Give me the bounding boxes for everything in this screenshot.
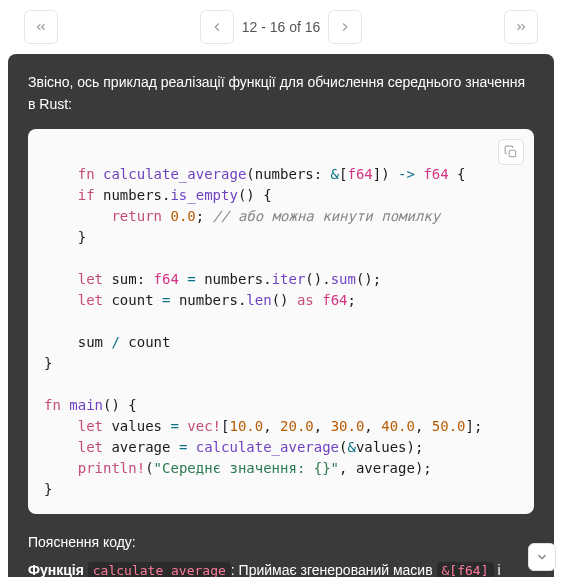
code-token: & [347, 439, 355, 455]
code-token: count [103, 292, 162, 308]
explain-text: : Приймає згенерований масив [231, 562, 437, 577]
code-token: , [314, 418, 331, 434]
code-token: (numbers: [246, 166, 330, 182]
code-token: if [78, 187, 95, 203]
code-token: ]) [373, 166, 398, 182]
code-token: () { [238, 187, 272, 203]
code-token: fn [44, 397, 61, 413]
code-token: let [78, 439, 103, 455]
intro-text: Звісно, ось приклад реалізації функції д… [28, 72, 534, 115]
code-token: return [111, 208, 162, 224]
code-token: values [103, 418, 170, 434]
code-token: -> [398, 166, 415, 182]
code-token: calculate_average [103, 166, 246, 182]
code-token: 30.0 [331, 418, 365, 434]
chevron-down-icon [535, 550, 549, 564]
message-content: Звісно, ось приклад реалізації функції д… [8, 54, 554, 577]
code-token: ; [348, 292, 356, 308]
copy-button[interactable] [498, 139, 524, 165]
code-token: main [69, 397, 103, 413]
explanation: Пояснення коду: Функція calculate_averag… [28, 532, 534, 577]
chevrons-left-icon [34, 20, 48, 34]
last-page-button[interactable] [504, 10, 538, 44]
code-token: = [187, 271, 195, 287]
explain-bold: Функція [28, 562, 88, 577]
copy-icon [504, 145, 518, 159]
scroll-down-button[interactable] [528, 543, 556, 571]
chevron-right-icon [338, 20, 352, 34]
code-token: average [103, 439, 179, 455]
inline-code: calculate_average [88, 562, 231, 577]
code-token: , [263, 418, 280, 434]
code-token: len [246, 292, 271, 308]
code-token: (); [356, 271, 381, 287]
code-token: values); [356, 439, 423, 455]
code-token: } [44, 355, 52, 371]
code-token: & [331, 166, 339, 182]
code-token: () { [103, 397, 137, 413]
first-page-button[interactable] [24, 10, 58, 44]
code-token: ( [145, 460, 153, 476]
code-token: 40.0 [381, 418, 415, 434]
code-token: numbers. [95, 187, 171, 203]
code-token: ]; [466, 418, 483, 434]
next-page-button[interactable] [328, 10, 362, 44]
code-token: , [415, 418, 432, 434]
code-token: numbers. [170, 292, 246, 308]
code-token: let [78, 271, 103, 287]
code-token: 10.0 [229, 418, 263, 434]
pagination-text: 12 - 16 of 16 [242, 19, 321, 35]
code-token: , [364, 418, 381, 434]
code-token: sum [331, 271, 356, 287]
pagination-bar: 12 - 16 of 16 [0, 0, 562, 54]
code-token: } [44, 481, 52, 497]
code-token: 50.0 [432, 418, 466, 434]
code-token: calculate_average [196, 439, 339, 455]
code-token: let [78, 292, 103, 308]
code-token: is_empty [170, 187, 237, 203]
svg-rect-0 [509, 151, 515, 157]
code-token: sum: [103, 271, 154, 287]
code-token: 20.0 [280, 418, 314, 434]
code-token [314, 292, 322, 308]
code-token: as [297, 292, 314, 308]
code-token: = [170, 418, 178, 434]
chevron-left-icon [210, 20, 224, 34]
code-token: iter [272, 271, 306, 287]
code-token: { [449, 166, 466, 182]
code-token: "Середнє значення: {}" [154, 460, 339, 476]
code-token: sum [78, 334, 112, 350]
code-token: // або можна кинути помилку [213, 208, 441, 224]
inline-code: &[f64] [437, 562, 494, 577]
code-token: println! [78, 460, 145, 476]
code-token: 0.0 [170, 208, 195, 224]
code-token: (). [305, 271, 330, 287]
code-token: } [78, 229, 86, 245]
code-token: f64 [154, 271, 179, 287]
code-token: fn [78, 166, 95, 182]
code-token: () [272, 292, 297, 308]
code-token: , average); [339, 460, 432, 476]
code-token: count [120, 334, 171, 350]
code-token: numbers. [196, 271, 272, 287]
code-token: f64 [423, 166, 448, 182]
explain-heading: Пояснення коду: [28, 532, 534, 554]
prev-page-button[interactable] [200, 10, 234, 44]
chevrons-right-icon [514, 20, 528, 34]
code-block: fn calculate_average(numbers: &[f64]) ->… [28, 129, 534, 514]
code-token: ; [196, 208, 204, 224]
code-token [204, 208, 212, 224]
code-token: f64 [322, 292, 347, 308]
explain-line: Функція calculate_average: Приймає згене… [28, 560, 534, 577]
code-token: let [78, 418, 103, 434]
code-token: / [111, 334, 119, 350]
code-token [187, 439, 195, 455]
code-token: f64 [347, 166, 372, 182]
code-token: vec! [187, 418, 221, 434]
